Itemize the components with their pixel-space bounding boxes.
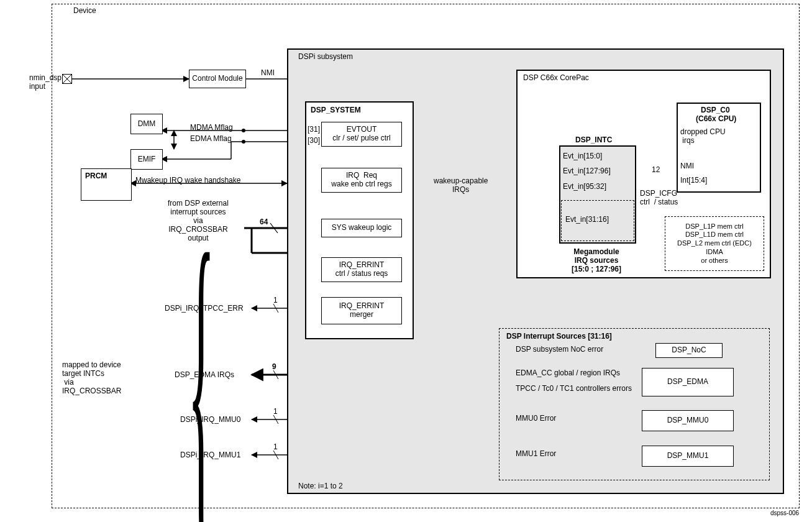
dmm-label: DMM (138, 120, 156, 129)
mem-ctrl-block: DSP_L1P mem ctrl DSP_L1D mem ctrl DSP_L2… (665, 216, 764, 271)
c0-nmi-label: NMI (680, 162, 694, 170)
dsp-noc-block: DSP_NoC (655, 343, 723, 358)
prcm-block: PRCM (81, 168, 132, 201)
dsp-icfg-label: DSP_ICFG ctrl / status (640, 189, 678, 206)
nmi-label: NMI (261, 68, 275, 77)
b31-label: [31] (308, 125, 320, 134)
sys-wakeup-block: SYS wakeup logic (321, 219, 402, 237)
dsp-system-title: DSP_SYSTEM (311, 106, 361, 114)
evt15-0-label: Evt_in[15:0] (563, 152, 602, 160)
evt95-32-label: Evt_in[95:32] (563, 182, 606, 191)
crossbar-mapping-label: mapped to device target INTCs via IRQ_CR… (62, 360, 121, 395)
irq-errint-ctrl-label: IRQ_ERRINT ctrl / status reqs (335, 261, 388, 278)
irq-errint-merger-label: IRQ_ERRINT merger (339, 302, 385, 319)
evtout-block: EVTOUT clr / set/ pulse ctrl (321, 122, 402, 147)
nmin-dsp-label: nmin_dsp input (29, 73, 62, 91)
irq-req-block: IRQ Req wake enb ctrl regs (321, 168, 402, 193)
bus64-label: 64 (260, 218, 268, 226)
l1d-label: DSP_L1D mem ctrl (685, 231, 744, 239)
dsp-c0-title: DSP_C0 (701, 106, 730, 114)
bus12-label: 12 (652, 165, 660, 174)
dsp-mmu1-label: DSP_MMU1 (667, 452, 709, 460)
out-mmu0-n: 1 (273, 407, 278, 416)
dmm-block: DMM (130, 114, 163, 134)
note-label: Note: i=1 to 2 (298, 482, 343, 490)
sys-wakeup-label: SYS wakeup logic (332, 224, 392, 232)
dsp-interrupt-sources-title: DSP Interrupt Sources [31:16] (506, 332, 612, 341)
out-edma-label: DSP_EDMA IRQs (175, 370, 234, 379)
mdma-label: MDMA Mflag (190, 123, 233, 132)
out-mmu1-n: 1 (273, 442, 278, 451)
evtout-label: EVTOUT clr / set/ pulse ctrl (332, 126, 390, 143)
mmu0-error-label: MMU0 Error (516, 414, 556, 423)
tpcc-label: TPCC / Tc0 / TC1 controllers errors (516, 384, 632, 393)
dsp-noc-label: DSP_NoC (672, 346, 706, 355)
idma-label: IDMA (706, 248, 723, 257)
dsp-c66x-corepac-title: DSP C66x CorePac (523, 73, 589, 82)
edma-mflag-label: EDMA Mflag (190, 134, 232, 143)
diagram-id-label: dspss-006 (770, 510, 799, 516)
dsp-edma-label: DSP_EDMA (667, 378, 708, 387)
dsp-intc-title: DSP_INTC (575, 135, 612, 144)
megamodule-label: Megamodule IRQ sources [15:0 ; 127:96] (572, 247, 621, 273)
out-mmu1-label: DSPi_IRQ_MMU1 (180, 451, 240, 459)
irq-errint-ctrl-block: IRQ_ERRINT ctrl / status reqs (321, 257, 402, 282)
evt127-96-label: Evt_in[127:96] (563, 167, 611, 175)
dsp-c0-sub: (C66x CPU) (696, 114, 736, 123)
l2-label: DSP_L2 mem ctrl (EDC) (677, 239, 752, 248)
others-label: or others (701, 257, 728, 265)
irq-errint-merger-block: IRQ_ERRINT merger (321, 297, 402, 324)
c0-int-label: Int[15:4] (680, 176, 707, 185)
noc-error-label: DSP subsystem NoC error (516, 345, 603, 354)
device-title: Device (73, 6, 96, 15)
emif-label: EMIF (138, 155, 156, 164)
b30-label: [30] (308, 136, 320, 145)
control-module-label: Control Module (192, 75, 242, 83)
nmin-dsp-pin (62, 74, 72, 84)
wakeup-irqs-label: wakeup-capable IRQs (434, 176, 488, 194)
dsp-edma-block: DSP_EDMA (642, 368, 734, 396)
emif-block: EMIF (130, 149, 163, 170)
irq-req-label: IRQ Req wake enb ctrl regs (331, 172, 391, 189)
dspi-subsystem-title: DSPi subsystem (298, 52, 353, 61)
out-tpcc-err-label: DSPi_IRQ_TPCC_ERR (165, 304, 244, 313)
out-tpcc-err-n: 1 (273, 296, 278, 304)
dsp-mmu0-label: DSP_MMU0 (667, 416, 709, 425)
evt31-16-label: Evt_in[31:16] (565, 215, 609, 224)
control-module-block: Control Module (189, 70, 246, 88)
out-edma-n: 9 (272, 362, 276, 371)
mmu1-error-label: MMU1 Error (516, 449, 556, 458)
dsp-mmu0-block: DSP_MMU0 (642, 410, 734, 431)
dsp-mmu1-block: DSP_MMU1 (642, 446, 734, 467)
out-mmu0-label: DSPi_IRQ_MMU0 (180, 415, 240, 424)
l1p-label: DSP_L1P mem ctrl (685, 222, 743, 231)
prcm-label: PRCM (85, 172, 107, 180)
dropped-label: dropped CPU irqs (680, 127, 726, 145)
edma-cc-label: EDMA_CC global / region IRQs (516, 369, 620, 377)
